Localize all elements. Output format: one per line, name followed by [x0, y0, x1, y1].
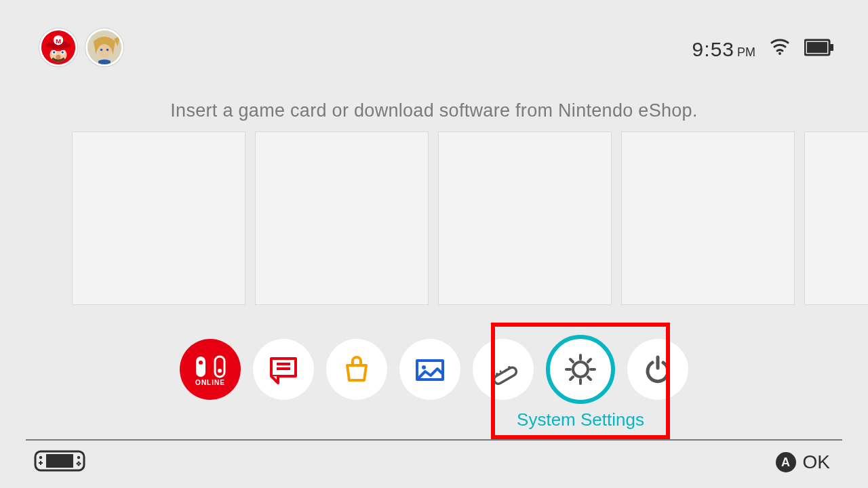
dock-selected-label: System Settings	[517, 409, 644, 430]
button-hint-ok: A OK	[776, 451, 830, 473]
software-slot[interactable]	[72, 131, 245, 305]
online-label: ONLINE	[195, 379, 225, 386]
svg-point-28	[496, 373, 498, 375]
svg-rect-27	[492, 366, 517, 385]
svg-rect-18	[830, 44, 833, 51]
eshop-icon	[326, 339, 387, 400]
svg-line-38	[588, 377, 591, 380]
ok-label: OK	[803, 451, 830, 473]
dock-controllers[interactable]	[473, 339, 534, 408]
svg-rect-43	[46, 454, 73, 468]
user-avatar-2[interactable]	[85, 28, 123, 66]
svg-text:M: M	[56, 37, 61, 45]
svg-point-30	[505, 369, 507, 371]
svg-point-29	[508, 366, 511, 369]
svg-point-22	[218, 369, 222, 373]
svg-rect-20	[215, 357, 224, 377]
user-avatar-1[interactable]: M	[39, 28, 77, 66]
svg-point-26	[422, 365, 426, 369]
news-icon	[253, 339, 314, 400]
svg-line-40	[570, 377, 573, 380]
footer-divider	[26, 439, 842, 441]
svg-point-45	[77, 456, 80, 459]
svg-rect-17	[807, 42, 827, 53]
album-icon	[399, 339, 460, 400]
software-slot[interactable]	[621, 131, 795, 305]
svg-point-14	[106, 49, 109, 52]
svg-point-15	[778, 52, 781, 55]
svg-point-50	[78, 462, 80, 464]
controllers-icon	[473, 339, 534, 400]
clock-time: 9:53	[692, 38, 734, 60]
clock-ampm: PM	[737, 45, 755, 59]
svg-line-37	[570, 359, 573, 362]
handheld-console-icon	[34, 449, 85, 476]
wifi-icon	[769, 35, 791, 56]
svg-line-39	[588, 359, 591, 362]
dock-eshop[interactable]	[326, 339, 387, 408]
svg-point-8	[53, 52, 55, 54]
empty-software-prompt: Insert a game card or download software …	[0, 100, 868, 121]
online-icon: ONLINE	[180, 339, 241, 400]
dock-online[interactable]: ONLINE	[180, 339, 241, 408]
dock-album[interactable]	[399, 339, 460, 408]
dock-power[interactable]	[627, 339, 688, 408]
svg-point-44	[39, 456, 42, 459]
power-icon	[627, 339, 688, 400]
svg-point-10	[56, 55, 60, 60]
dock-news[interactable]	[253, 339, 314, 408]
a-button-icon: A	[776, 452, 796, 472]
settings-icon	[546, 335, 615, 404]
software-slot[interactable]	[804, 131, 868, 305]
battery-icon	[804, 39, 834, 56]
dock-settings[interactable]: System Settings	[546, 339, 615, 408]
software-row[interactable]	[72, 131, 868, 305]
svg-point-31	[500, 371, 502, 373]
svg-point-13	[100, 49, 103, 52]
software-slot[interactable]	[255, 131, 429, 305]
svg-point-9	[62, 52, 64, 54]
svg-point-51	[78, 464, 80, 466]
svg-rect-19	[196, 357, 205, 377]
svg-rect-47	[40, 461, 41, 465]
svg-point-32	[573, 362, 588, 377]
svg-point-21	[199, 361, 203, 365]
clock: 9:53PM	[692, 38, 755, 61]
system-dock: ONLINE	[0, 339, 868, 408]
software-slot[interactable]	[438, 131, 612, 305]
